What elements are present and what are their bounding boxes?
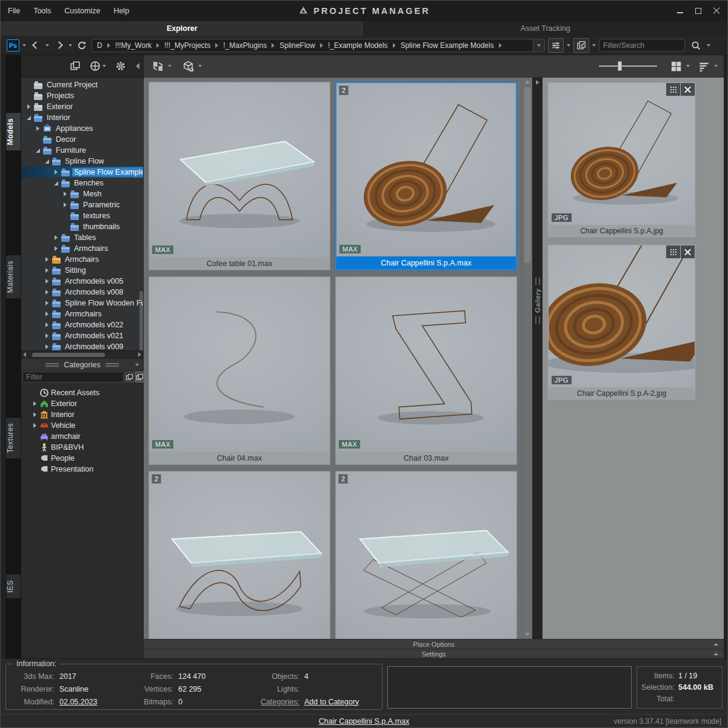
- menu-help[interactable]: Help: [113, 7, 129, 15]
- expand-expander[interactable]: [61, 202, 69, 207]
- breadcrumb-item-6[interactable]: Spline Flow Example Models: [401, 41, 494, 50]
- refresh-button[interactable]: [75, 39, 88, 52]
- tree-item-archmodels-v022[interactable]: Archmodels v022: [21, 319, 143, 330]
- expand-expander[interactable]: [31, 412, 39, 417]
- sort-caret[interactable]: [714, 65, 718, 67]
- tab-explorer[interactable]: Explorer: [1, 21, 364, 36]
- expand-expander[interactable]: [43, 322, 51, 327]
- tree-item-benches[interactable]: Benches: [21, 178, 143, 189]
- folder-settings-button[interactable]: [113, 59, 129, 73]
- menu-customize[interactable]: Customize: [64, 7, 100, 15]
- remove-preview-button[interactable]: [681, 83, 695, 96]
- expand-expander[interactable]: [43, 268, 51, 273]
- asset-tile[interactable]: MAXChair 03.max: [335, 276, 517, 465]
- asset-tile[interactable]: MAXChair 04.max: [149, 276, 330, 465]
- gallery-toggle-arrow[interactable]: [536, 80, 539, 85]
- selected-assets-button[interactable]: [573, 38, 589, 53]
- category-item-armchair[interactable]: armchair: [31, 431, 143, 442]
- tree-item-archmodels-v005[interactable]: Archmodels v005: [21, 276, 143, 287]
- info-field-label[interactable]: Categories:: [246, 698, 304, 706]
- gallery-item[interactable]: JPGChair Cappellini S.p.A.jpg: [548, 82, 695, 237]
- category-item-presentation[interactable]: Presentation: [31, 464, 143, 475]
- expand-expander[interactable]: [31, 423, 39, 428]
- tree-item-furniture[interactable]: Furniture: [21, 145, 143, 156]
- tree-item-tables[interactable]: Tables: [21, 232, 143, 243]
- tree-item-mesh[interactable]: Mesh: [21, 189, 143, 199]
- scan-network-button[interactable]: [89, 59, 107, 73]
- category-item-recent-assets[interactable]: Recent Assets: [31, 387, 143, 398]
- new-folder-button[interactable]: [67, 59, 83, 73]
- search-button[interactable]: [688, 38, 704, 53]
- grid-scroll-thumb[interactable]: [524, 87, 530, 263]
- vertical-tab-materials[interactable]: Materials: [6, 255, 21, 298]
- tree-item-armchairs[interactable]: Armchairs: [21, 254, 143, 265]
- scroll-down-arrow[interactable]: [525, 633, 530, 636]
- collapse-expander[interactable]: [25, 116, 33, 120]
- menu-tools[interactable]: Tools: [33, 7, 51, 15]
- photoshop-dropdown-caret[interactable]: [22, 44, 26, 47]
- drag-handle-button[interactable]: [666, 83, 680, 96]
- expand-expander[interactable]: [52, 235, 60, 240]
- selected-file-link[interactable]: Chair Cappellini S.p.A.max: [319, 717, 409, 726]
- vertical-tab-ies[interactable]: IES: [6, 575, 21, 598]
- expand-expander[interactable]: [43, 301, 51, 306]
- search-input[interactable]: [599, 39, 685, 52]
- replace-model-button[interactable]: [150, 59, 165, 73]
- scroll-left-arrow[interactable]: [23, 352, 26, 357]
- tree-item-parametric[interactable]: Parametric: [21, 199, 143, 210]
- scroll-right-arrow[interactable]: [138, 352, 141, 357]
- asset-tile-selected[interactable]: MAX2Chair Cappellini S.p.A.max: [335, 82, 517, 270]
- description-box[interactable]: [387, 666, 632, 709]
- collapse-all-button[interactable]: [135, 372, 144, 382]
- tree-item-thumbnails[interactable]: thumbnails: [21, 221, 143, 232]
- remove-preview-button[interactable]: [681, 245, 695, 258]
- expand-expander[interactable]: [43, 312, 51, 316]
- tree-item-sitting[interactable]: Sitting: [21, 265, 143, 276]
- categories-header[interactable]: Categories: [21, 358, 143, 370]
- expand-expander[interactable]: [43, 333, 51, 338]
- expand-expander[interactable]: [31, 401, 39, 406]
- vertical-tab-textures[interactable]: Textures: [6, 418, 21, 458]
- tree-item-spline-flow[interactable]: Spline Flow: [21, 156, 143, 167]
- panel-bar-settings[interactable]: Settings: [144, 649, 724, 658]
- collapse-expander[interactable]: [43, 159, 51, 164]
- expand-expander[interactable]: [43, 344, 51, 349]
- view-mode-caret[interactable]: [686, 65, 690, 67]
- tree-item-projects[interactable]: Projects: [21, 90, 143, 101]
- expand-expander[interactable]: [43, 257, 51, 262]
- slider-thumb[interactable]: [618, 61, 622, 71]
- category-item-vehicle[interactable]: Vehicle: [31, 420, 143, 431]
- close-button[interactable]: [713, 7, 720, 15]
- expand-expander[interactable]: [43, 290, 51, 295]
- sort-button[interactable]: [696, 59, 712, 73]
- tree-item-current-project[interactable]: Current Project: [21, 79, 143, 90]
- filter-presets-caret[interactable]: [567, 44, 570, 47]
- forward-button[interactable]: [52, 39, 65, 52]
- collapse-panel-arrow[interactable]: [136, 63, 139, 69]
- asset-tile[interactable]: 2: [149, 471, 330, 639]
- menu-file[interactable]: File: [8, 7, 20, 15]
- tree-item-textures[interactable]: textures: [21, 210, 143, 221]
- category-item-bip-bvh[interactable]: BIP&BVH: [31, 442, 143, 453]
- view-mode-button[interactable]: [668, 59, 684, 73]
- breadcrumb-item-1[interactable]: !!!My_Work: [115, 41, 152, 50]
- back-button[interactable]: [29, 39, 42, 52]
- expand-expander[interactable]: [43, 279, 51, 284]
- filter-presets-button[interactable]: [548, 38, 564, 53]
- expand-expander[interactable]: [52, 170, 60, 175]
- breadcrumb-item-2[interactable]: !!!_MyProjects: [164, 41, 210, 50]
- drag-handle-button[interactable]: [666, 245, 680, 258]
- selected-assets-caret[interactable]: [592, 44, 596, 47]
- scroll-up-arrow[interactable]: [525, 80, 530, 84]
- gallery-handle[interactable]: Gallery: [534, 278, 541, 324]
- category-item-people[interactable]: People: [31, 453, 143, 464]
- merge-model-caret[interactable]: [198, 65, 202, 67]
- info-field-value[interactable]: 02.05.2023: [59, 698, 131, 706]
- minimize-button[interactable]: [676, 7, 684, 15]
- photoshop-button[interactable]: Ps: [7, 39, 19, 52]
- collapse-expander[interactable]: [34, 149, 42, 153]
- breadcrumb-item-0[interactable]: D: [97, 41, 102, 50]
- gallery-item[interactable]: JPGChair Cappellini S.p.A-2.jpg: [548, 245, 695, 399]
- tree-item-archmodels-v008[interactable]: Archmodels v008: [21, 287, 143, 298]
- tree-item-spline-flow-wooden-furn[interactable]: Spline Flow Wooden Furn: [21, 298, 143, 309]
